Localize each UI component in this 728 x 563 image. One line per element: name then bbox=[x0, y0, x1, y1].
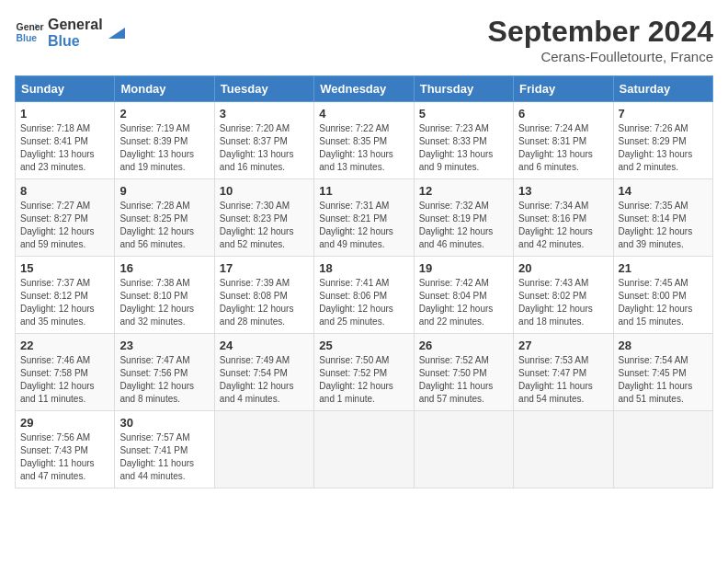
weekday-header-wednesday: Wednesday bbox=[314, 76, 414, 102]
weekday-header-sunday: Sunday bbox=[16, 76, 115, 102]
day-info: Sunrise: 7:45 AM Sunset: 8:00 PM Dayligh… bbox=[619, 277, 708, 328]
day-info: Sunrise: 7:26 AM Sunset: 8:29 PM Dayligh… bbox=[619, 122, 708, 174]
calendar-day-cell: 6Sunrise: 7:24 AM Sunset: 8:31 PM Daylig… bbox=[514, 102, 613, 179]
logo-text-blue: Blue bbox=[48, 33, 103, 50]
day-number: 15 bbox=[20, 261, 109, 275]
calendar-day-cell: 4Sunrise: 7:22 AM Sunset: 8:35 PM Daylig… bbox=[314, 102, 414, 179]
svg-text:Blue: Blue bbox=[17, 33, 38, 43]
calendar-week-row: 1Sunrise: 7:18 AM Sunset: 8:41 PM Daylig… bbox=[16, 102, 713, 179]
calendar-day-cell: 24Sunrise: 7:49 AM Sunset: 7:54 PM Dayli… bbox=[214, 334, 313, 411]
calendar-day-cell: 3Sunrise: 7:20 AM Sunset: 8:37 PM Daylig… bbox=[214, 102, 313, 179]
svg-text:General: General bbox=[17, 23, 44, 33]
day-number: 12 bbox=[419, 184, 508, 198]
logo-icon: General Blue bbox=[15, 17, 44, 47]
calendar-empty-cell bbox=[314, 411, 414, 488]
day-number: 22 bbox=[20, 339, 109, 352]
day-info: Sunrise: 7:52 AM Sunset: 7:50 PM Dayligh… bbox=[419, 354, 508, 406]
calendar-day-cell: 30Sunrise: 7:57 AM Sunset: 7:41 PM Dayli… bbox=[115, 411, 214, 488]
day-number: 19 bbox=[419, 261, 508, 275]
day-number: 18 bbox=[319, 261, 408, 275]
svg-marker-3 bbox=[108, 28, 125, 39]
day-info: Sunrise: 7:56 AM Sunset: 7:43 PM Dayligh… bbox=[20, 431, 109, 483]
day-info: Sunrise: 7:20 AM Sunset: 8:37 PM Dayligh… bbox=[220, 122, 309, 174]
day-number: 10 bbox=[220, 184, 309, 198]
calendar-day-cell: 26Sunrise: 7:52 AM Sunset: 7:50 PM Dayli… bbox=[414, 334, 513, 411]
day-info: Sunrise: 7:28 AM Sunset: 8:25 PM Dayligh… bbox=[119, 200, 209, 251]
weekday-header-saturday: Saturday bbox=[613, 76, 712, 102]
calendar-day-cell: 19Sunrise: 7:42 AM Sunset: 8:04 PM Dayli… bbox=[414, 257, 513, 334]
calendar-empty-cell bbox=[214, 411, 313, 488]
calendar-table: SundayMondayTuesdayWednesdayThursdayFrid… bbox=[15, 75, 713, 488]
calendar-day-cell: 10Sunrise: 7:30 AM Sunset: 8:23 PM Dayli… bbox=[214, 179, 313, 257]
calendar-day-cell: 12Sunrise: 7:32 AM Sunset: 8:19 PM Dayli… bbox=[414, 179, 513, 257]
calendar-empty-cell bbox=[613, 411, 712, 488]
calendar-day-cell: 16Sunrise: 7:38 AM Sunset: 8:10 PM Dayli… bbox=[115, 257, 214, 334]
day-number: 14 bbox=[619, 184, 708, 198]
calendar-day-cell: 17Sunrise: 7:39 AM Sunset: 8:08 PM Dayli… bbox=[214, 257, 313, 334]
day-info: Sunrise: 7:35 AM Sunset: 8:14 PM Dayligh… bbox=[619, 200, 708, 251]
day-info: Sunrise: 7:30 AM Sunset: 8:23 PM Dayligh… bbox=[220, 200, 309, 251]
day-info: Sunrise: 7:47 AM Sunset: 7:56 PM Dayligh… bbox=[119, 354, 209, 406]
day-number: 6 bbox=[518, 107, 608, 121]
day-number: 11 bbox=[319, 184, 408, 198]
calendar-day-cell: 13Sunrise: 7:34 AM Sunset: 8:16 PM Dayli… bbox=[514, 179, 613, 257]
day-info: Sunrise: 7:32 AM Sunset: 8:19 PM Dayligh… bbox=[419, 200, 508, 251]
day-number: 23 bbox=[119, 339, 209, 352]
day-info: Sunrise: 7:54 AM Sunset: 7:45 PM Dayligh… bbox=[619, 354, 708, 406]
day-info: Sunrise: 7:41 AM Sunset: 8:06 PM Dayligh… bbox=[319, 277, 408, 328]
day-number: 27 bbox=[518, 339, 608, 352]
calendar-empty-cell bbox=[414, 411, 513, 488]
month-title: September 2024 bbox=[488, 15, 713, 49]
day-info: Sunrise: 7:34 AM Sunset: 8:16 PM Dayligh… bbox=[518, 200, 608, 251]
day-info: Sunrise: 7:23 AM Sunset: 8:33 PM Dayligh… bbox=[419, 122, 508, 174]
day-info: Sunrise: 7:57 AM Sunset: 7:41 PM Dayligh… bbox=[119, 431, 209, 483]
calendar-week-row: 8Sunrise: 7:27 AM Sunset: 8:27 PM Daylig… bbox=[16, 179, 713, 257]
title-block: September 2024 Cerans-Foulletourte, Fran… bbox=[488, 15, 713, 64]
calendar-day-cell: 21Sunrise: 7:45 AM Sunset: 8:00 PM Dayli… bbox=[613, 257, 712, 334]
day-info: Sunrise: 7:19 AM Sunset: 8:39 PM Dayligh… bbox=[119, 122, 209, 174]
calendar-day-cell: 29Sunrise: 7:56 AM Sunset: 7:43 PM Dayli… bbox=[16, 411, 115, 488]
calendar-day-cell: 1Sunrise: 7:18 AM Sunset: 8:41 PM Daylig… bbox=[16, 102, 115, 179]
calendar-day-cell: 27Sunrise: 7:53 AM Sunset: 7:47 PM Dayli… bbox=[514, 334, 613, 411]
day-number: 20 bbox=[518, 261, 608, 275]
day-number: 25 bbox=[319, 339, 408, 352]
day-info: Sunrise: 7:39 AM Sunset: 8:08 PM Dayligh… bbox=[220, 277, 309, 328]
day-number: 26 bbox=[419, 339, 508, 352]
day-info: Sunrise: 7:46 AM Sunset: 7:58 PM Dayligh… bbox=[20, 354, 109, 406]
day-number: 9 bbox=[119, 184, 209, 198]
calendar-day-cell: 22Sunrise: 7:46 AM Sunset: 7:58 PM Dayli… bbox=[16, 334, 115, 411]
calendar-day-cell: 7Sunrise: 7:26 AM Sunset: 8:29 PM Daylig… bbox=[613, 102, 712, 179]
calendar-day-cell: 15Sunrise: 7:37 AM Sunset: 8:12 PM Dayli… bbox=[16, 257, 115, 334]
day-number: 17 bbox=[220, 261, 309, 275]
calendar-day-cell: 9Sunrise: 7:28 AM Sunset: 8:25 PM Daylig… bbox=[115, 179, 214, 257]
calendar-empty-cell bbox=[514, 411, 613, 488]
location: Cerans-Foulletourte, France bbox=[488, 49, 713, 64]
logo: General Blue General Blue bbox=[15, 15, 127, 51]
day-number: 2 bbox=[119, 107, 209, 121]
weekday-header-friday: Friday bbox=[514, 76, 613, 102]
day-number: 5 bbox=[419, 107, 508, 121]
calendar-day-cell: 23Sunrise: 7:47 AM Sunset: 7:56 PM Dayli… bbox=[115, 334, 214, 411]
logo-text-general: General bbox=[48, 17, 103, 33]
day-info: Sunrise: 7:22 AM Sunset: 8:35 PM Dayligh… bbox=[319, 122, 408, 174]
day-number: 1 bbox=[20, 107, 109, 121]
day-number: 13 bbox=[518, 184, 608, 198]
day-number: 24 bbox=[220, 339, 309, 352]
calendar-day-cell: 11Sunrise: 7:31 AM Sunset: 8:21 PM Dayli… bbox=[314, 179, 414, 257]
day-info: Sunrise: 7:49 AM Sunset: 7:54 PM Dayligh… bbox=[220, 354, 309, 406]
calendar-day-cell: 8Sunrise: 7:27 AM Sunset: 8:27 PM Daylig… bbox=[16, 179, 115, 257]
day-info: Sunrise: 7:37 AM Sunset: 8:12 PM Dayligh… bbox=[20, 277, 109, 328]
day-info: Sunrise: 7:38 AM Sunset: 8:10 PM Dayligh… bbox=[119, 277, 209, 328]
day-number: 4 bbox=[319, 107, 408, 121]
calendar-day-cell: 25Sunrise: 7:50 AM Sunset: 7:52 PM Dayli… bbox=[314, 334, 414, 411]
weekday-header-monday: Monday bbox=[115, 76, 214, 102]
weekday-header-thursday: Thursday bbox=[414, 76, 513, 102]
day-info: Sunrise: 7:43 AM Sunset: 8:02 PM Dayligh… bbox=[518, 277, 608, 328]
calendar-week-row: 29Sunrise: 7:56 AM Sunset: 7:43 PM Dayli… bbox=[16, 411, 713, 488]
day-number: 7 bbox=[619, 107, 708, 121]
calendar-day-cell: 5Sunrise: 7:23 AM Sunset: 8:33 PM Daylig… bbox=[414, 102, 513, 179]
calendar-day-cell: 28Sunrise: 7:54 AM Sunset: 7:45 PM Dayli… bbox=[613, 334, 712, 411]
calendar-week-row: 22Sunrise: 7:46 AM Sunset: 7:58 PM Dayli… bbox=[16, 334, 713, 411]
calendar-day-cell: 18Sunrise: 7:41 AM Sunset: 8:06 PM Dayli… bbox=[314, 257, 414, 334]
weekday-header-row: SundayMondayTuesdayWednesdayThursdayFrid… bbox=[16, 76, 713, 102]
